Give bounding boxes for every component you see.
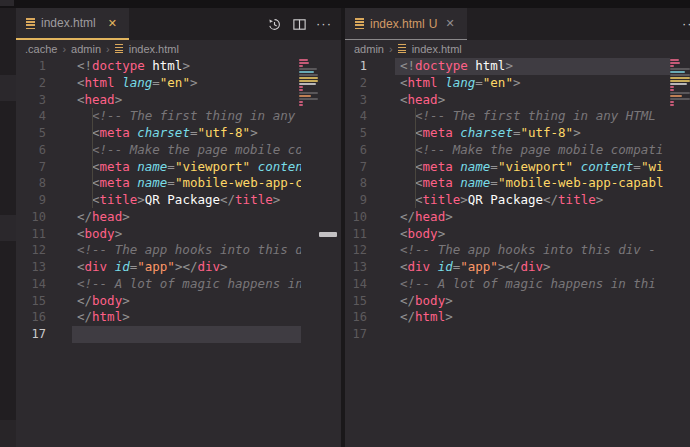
tab-bar-left: index.html ✕ bbox=[16, 8, 341, 40]
code-line: 5 <meta charset="utf-8"> bbox=[345, 125, 690, 142]
line-number: 11 bbox=[16, 226, 46, 243]
split-editor-icon[interactable] bbox=[291, 16, 307, 32]
line-number: 7 bbox=[345, 159, 367, 176]
code-line: 17 bbox=[16, 326, 341, 343]
code-text: <!-- A lot of magic happens in bbox=[72, 276, 301, 293]
sidebar-item-edge bbox=[0, 215, 16, 241]
breadcrumb-item-index.html[interactable]: index.html bbox=[129, 43, 179, 55]
code-lines: 1<!doctype html>2<html lang="en">3<head>… bbox=[16, 58, 341, 343]
line-number: 10 bbox=[345, 209, 367, 226]
code-text: <body> bbox=[72, 226, 301, 243]
close-icon[interactable]: ✕ bbox=[443, 16, 456, 31]
line-number: 2 bbox=[16, 75, 46, 92]
code-editor-right[interactable]: 1<!doctype html>2<html lang="en">3<head>… bbox=[345, 57, 690, 447]
code-line: 11<body> bbox=[345, 226, 690, 243]
history-icon[interactable] bbox=[266, 16, 282, 32]
code-text: <div id="app"></div> bbox=[72, 259, 301, 276]
breadcrumb-item-.cache[interactable]: .cache bbox=[25, 43, 57, 55]
code-line: 6 <!-- Make the page mobile co bbox=[16, 142, 341, 159]
code-lines: 1<!doctype html>2<html lang="en">3<head>… bbox=[345, 58, 690, 343]
code-line: 7 <meta name="viewport" content="wi bbox=[345, 159, 690, 176]
tab-index-html-right[interactable]: index.html U ✕ bbox=[345, 8, 467, 40]
code-line: 8 <meta name="mobile-web-app-capabl bbox=[345, 175, 690, 192]
code-text: <body> bbox=[395, 226, 670, 243]
breadcrumb-item-index.html[interactable]: index.html bbox=[412, 43, 462, 55]
line-number: 11 bbox=[345, 226, 367, 243]
editor-actions: ··· bbox=[682, 8, 690, 40]
line-number: 13 bbox=[16, 259, 46, 276]
line-number: 6 bbox=[345, 142, 367, 159]
line-number: 17 bbox=[16, 326, 46, 343]
line-number: 16 bbox=[345, 309, 367, 326]
tab-index-html-left[interactable]: index.html ✕ bbox=[16, 8, 129, 40]
line-number: 13 bbox=[345, 259, 367, 276]
editor-actions: ··· bbox=[266, 8, 332, 40]
code-line: 2<html lang="en"> bbox=[16, 75, 341, 92]
code-line: 16</html> bbox=[16, 309, 341, 326]
code-text: <meta name="viewport" content="wi bbox=[395, 159, 670, 176]
line-number: 4 bbox=[16, 108, 46, 125]
overview-ruler-mark bbox=[319, 232, 337, 237]
breadcrumb-item-admin[interactable]: admin bbox=[71, 43, 101, 55]
line-number: 9 bbox=[345, 192, 367, 209]
line-number: 12 bbox=[345, 242, 367, 259]
breadcrumb-item-admin[interactable]: admin bbox=[354, 43, 384, 55]
code-text: <html lang="en"> bbox=[72, 75, 301, 92]
code-text: <title>QR Package</title> bbox=[72, 192, 301, 209]
line-number: 15 bbox=[345, 293, 367, 310]
line-number: 14 bbox=[345, 276, 367, 293]
code-line: 8 <meta name="mobile-web-app-c bbox=[16, 175, 341, 192]
git-status-letter: U bbox=[429, 17, 438, 31]
close-icon[interactable]: ✕ bbox=[106, 16, 119, 31]
code-line: 17 bbox=[345, 326, 690, 343]
tab-bar-right: index.html U ✕ ··· bbox=[345, 8, 690, 40]
code-line: 11<body> bbox=[16, 226, 341, 243]
code-line: 5 <meta charset="utf-8"> bbox=[16, 125, 341, 142]
window-top-notch bbox=[0, 0, 14, 6]
code-line: 3<head> bbox=[16, 92, 341, 109]
code-text: <meta name="mobile-web-app-capabl bbox=[395, 175, 670, 192]
more-actions-icon[interactable]: ··· bbox=[316, 16, 332, 32]
line-number: 6 bbox=[16, 142, 46, 159]
line-number: 9 bbox=[16, 192, 46, 209]
code-line: 2<html lang="en"> bbox=[345, 75, 690, 92]
code-text: <!doctype html> bbox=[72, 58, 301, 75]
indent-guide bbox=[415, 108, 416, 208]
code-text: </html> bbox=[395, 309, 670, 326]
code-text: <!doctype html> bbox=[395, 58, 670, 75]
chevron-right-icon: › bbox=[106, 43, 110, 55]
line-number: 10 bbox=[16, 209, 46, 226]
line-number: 3 bbox=[345, 92, 367, 109]
more-actions-icon[interactable]: ··· bbox=[682, 16, 690, 32]
sidebar-edge bbox=[0, 8, 16, 447]
chevron-right-icon: › bbox=[389, 43, 393, 55]
line-number: 14 bbox=[16, 276, 46, 293]
code-text: </body> bbox=[395, 293, 670, 310]
code-text: </head> bbox=[395, 209, 670, 226]
line-number: 4 bbox=[345, 108, 367, 125]
code-text: <!-- The first thing in any HTML bbox=[395, 108, 670, 125]
code-line: 13<div id="app"></div> bbox=[16, 259, 341, 276]
tab-label: index.html bbox=[370, 17, 425, 31]
minimap[interactable] bbox=[670, 59, 690, 110]
line-number: 7 bbox=[16, 159, 46, 176]
code-text: <meta name="viewport" conten bbox=[72, 159, 301, 176]
line-number: 1 bbox=[16, 58, 46, 75]
code-line: 7 <meta name="viewport" conten bbox=[16, 159, 341, 176]
line-number: 17 bbox=[345, 326, 367, 343]
chevron-right-icon: › bbox=[62, 43, 66, 55]
code-line: 13<div id="app"></div> bbox=[345, 259, 690, 276]
code-line: 9 <title>QR Package</title> bbox=[345, 192, 690, 209]
code-text: <meta charset="utf-8"> bbox=[72, 125, 301, 142]
vscode-window: index.html ✕ bbox=[0, 0, 690, 447]
code-text: <!-- Make the page mobile compati bbox=[395, 142, 670, 159]
code-text: <!-- The app hooks into this div - bbox=[395, 242, 670, 259]
code-editor-left[interactable]: 1<!doctype html>2<html lang="en">3<head>… bbox=[16, 57, 341, 447]
code-text: <!-- The app hooks into this d bbox=[72, 242, 301, 259]
line-number: 12 bbox=[16, 242, 46, 259]
html-file-icon bbox=[26, 18, 35, 29]
editor-group-right: index.html U ✕ ··· admin›index.html 1<!d… bbox=[345, 8, 690, 447]
code-text bbox=[72, 326, 301, 343]
html-file-icon bbox=[355, 18, 364, 29]
minimap[interactable] bbox=[299, 59, 322, 110]
